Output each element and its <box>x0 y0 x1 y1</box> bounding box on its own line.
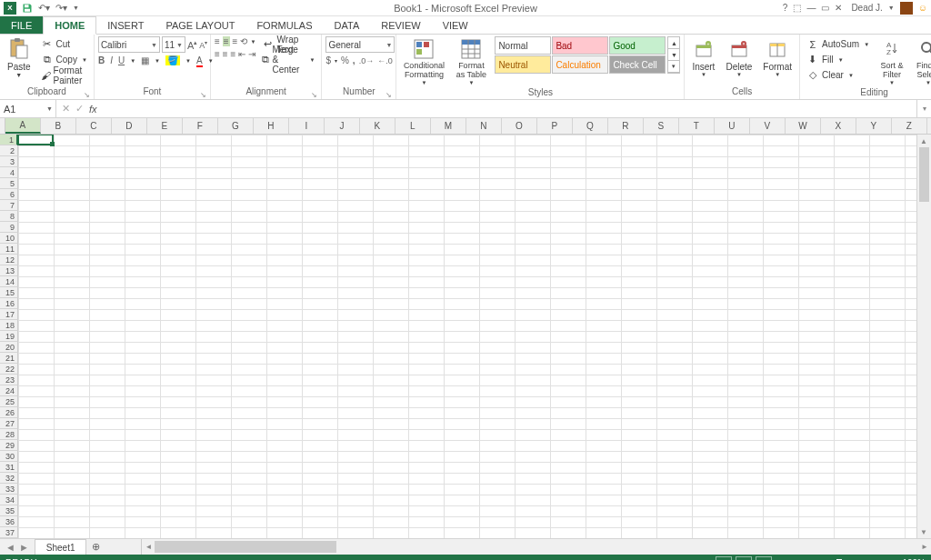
row-header[interactable]: 31 <box>0 462 18 473</box>
column-header[interactable]: W <box>786 118 821 134</box>
undo-icon[interactable]: ↶▾ <box>38 3 50 13</box>
row-header[interactable]: 8 <box>0 211 18 222</box>
increase-indent-icon[interactable]: ⇥ <box>248 49 255 59</box>
sheet-tab[interactable]: Sheet1 <box>35 539 87 555</box>
style-check-cell[interactable]: Check Cell <box>609 55 666 74</box>
expand-formula-bar-icon[interactable]: ▾ <box>916 100 931 117</box>
cells-area[interactable] <box>18 135 916 538</box>
column-header[interactable]: P <box>537 118 573 134</box>
feedback-icon[interactable]: ☺ <box>918 3 927 13</box>
save-icon[interactable] <box>22 3 33 14</box>
row-header[interactable]: 19 <box>0 331 18 342</box>
style-neutral[interactable]: Neutral <box>495 55 551 74</box>
column-header[interactable]: R <box>608 118 644 134</box>
scroll-left-icon[interactable]: ◄ <box>142 541 155 554</box>
row-header[interactable]: 30 <box>0 451 18 462</box>
orientation-icon[interactable]: ⟲ <box>240 36 247 46</box>
font-name-combo[interactable]: Calibri▼ <box>98 36 160 53</box>
chevron-down-icon[interactable]: ▼ <box>155 58 160 64</box>
tab-insert[interactable]: INSERT <box>96 16 155 34</box>
tab-page-layout[interactable]: PAGE LAYOUT <box>155 16 245 34</box>
format-button[interactable]: Format▼ <box>759 36 796 80</box>
column-header[interactable]: H <box>254 118 289 134</box>
new-sheet-button[interactable]: ⊕ <box>86 539 105 555</box>
row-header[interactable]: 29 <box>0 440 18 451</box>
chevron-down-icon[interactable]: ▾ <box>335 57 337 64</box>
formula-input[interactable] <box>103 100 916 117</box>
align-middle-icon[interactable]: ≡ <box>223 36 230 46</box>
font-color-button[interactable]: A <box>196 55 203 65</box>
column-header[interactable]: Y <box>856 118 892 134</box>
delete-button[interactable]: ×Delete▼ <box>722 36 756 80</box>
row-header[interactable]: 16 <box>0 298 18 309</box>
row-header[interactable]: 15 <box>0 287 18 298</box>
column-header[interactable]: E <box>147 118 183 134</box>
minimize-icon[interactable]: — <box>806 3 816 13</box>
autosum-button[interactable]: ΣAutoSum▼ <box>804 36 872 52</box>
style-calculation[interactable]: Calculation <box>552 55 608 74</box>
row-header[interactable]: 28 <box>0 429 18 440</box>
row-header[interactable]: 2 <box>0 145 18 156</box>
scroll-up-icon[interactable]: ▲ <box>917 135 930 147</box>
scrollbar-thumb[interactable] <box>155 541 336 553</box>
chevron-down-icon[interactable]: ▼ <box>250 39 255 45</box>
page-layout-view-icon[interactable] <box>736 556 752 560</box>
decrease-decimal-icon[interactable]: ←.0 <box>377 56 393 65</box>
row-header[interactable]: 27 <box>0 418 18 429</box>
fill-button[interactable]: ⬇Fill▼ <box>804 52 872 67</box>
cut-button[interactable]: ✂Cut <box>38 36 90 52</box>
row-header[interactable]: 25 <box>0 396 18 407</box>
row-header[interactable]: 20 <box>0 342 18 353</box>
insert-button[interactable]: +Insert▼ <box>688 36 718 80</box>
style-bad[interactable]: Bad <box>552 36 608 55</box>
column-header[interactable]: T <box>679 118 715 134</box>
gallery-down-icon[interactable]: ▼ <box>668 49 679 61</box>
user-name[interactable]: Dead J. <box>851 3 882 13</box>
scrollbar-thumb[interactable] <box>919 147 929 202</box>
column-header[interactable]: O <box>502 118 537 134</box>
row-header[interactable]: 17 <box>0 309 18 320</box>
style-normal[interactable]: Normal <box>495 36 551 55</box>
column-header[interactable]: X <box>821 118 856 134</box>
row-header[interactable]: 33 <box>0 484 18 495</box>
chevron-down-icon[interactable]: ▼ <box>185 58 191 64</box>
row-header[interactable]: 6 <box>0 189 18 200</box>
font-size-combo[interactable]: 11▼ <box>162 36 185 53</box>
increase-font-icon[interactable]: A▴ <box>187 39 197 51</box>
gallery-up-icon[interactable]: ▲ <box>668 37 679 49</box>
column-header[interactable]: N <box>466 118 502 134</box>
format-as-table-button[interactable]: Format as Table▼ <box>451 36 491 87</box>
percent-format-icon[interactable]: % <box>341 55 349 65</box>
scroll-right-icon[interactable]: ► <box>918 541 931 554</box>
fill-color-button[interactable]: 🪣 <box>165 55 180 65</box>
column-header[interactable]: V <box>750 118 786 134</box>
close-icon[interactable]: ✕ <box>835 3 842 13</box>
paste-button[interactable]: Paste ▼ <box>4 36 35 81</box>
bold-button[interactable]: B <box>98 55 105 65</box>
normal-view-icon[interactable] <box>716 556 732 560</box>
dialog-launcher-icon[interactable]: ↘ <box>200 91 206 99</box>
dialog-launcher-icon[interactable]: ↘ <box>84 91 90 99</box>
help-icon[interactable]: ? <box>783 3 788 13</box>
row-header[interactable]: 26 <box>0 407 18 418</box>
border-button[interactable]: ▦ <box>141 55 149 65</box>
column-header[interactable]: L <box>395 118 431 134</box>
column-header[interactable]: A <box>5 118 41 134</box>
column-header[interactable]: I <box>289 118 325 134</box>
tab-review[interactable]: REVIEW <box>370 16 431 34</box>
column-header[interactable]: F <box>183 118 218 134</box>
column-header[interactable]: Z <box>892 118 927 134</box>
row-header[interactable]: 32 <box>0 473 18 484</box>
align-center-icon[interactable]: ≡ <box>223 49 228 59</box>
scroll-down-icon[interactable]: ▼ <box>917 525 930 538</box>
align-left-icon[interactable]: ≡ <box>215 49 220 59</box>
dialog-launcher-icon[interactable]: ↘ <box>385 91 392 99</box>
row-header[interactable]: 23 <box>0 375 18 385</box>
comma-format-icon[interactable]: , <box>353 55 355 65</box>
enter-icon[interactable]: ✓ <box>75 103 84 115</box>
row-header[interactable]: 7 <box>0 200 18 211</box>
page-break-view-icon[interactable] <box>756 556 772 560</box>
sheet-next-icon[interactable]: ► <box>19 542 29 553</box>
row-header[interactable]: 34 <box>0 495 18 505</box>
name-box[interactable]: A1▼ <box>0 100 56 117</box>
